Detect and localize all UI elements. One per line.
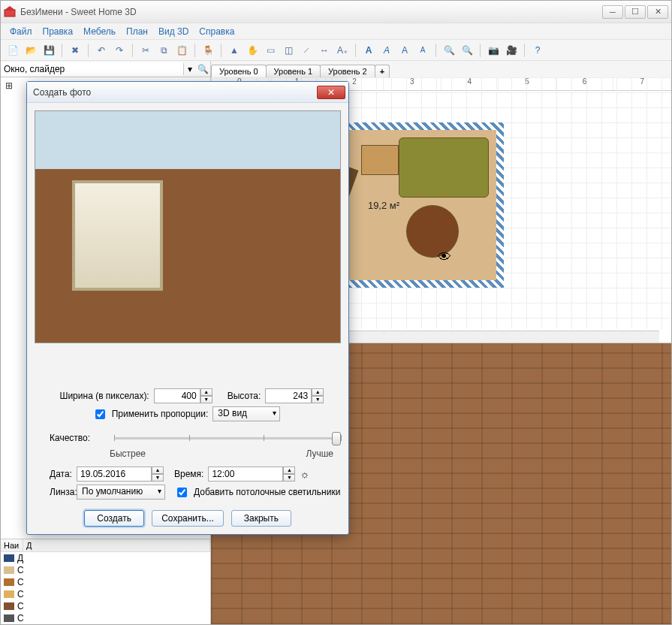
date-spinner[interactable]: ▲▼ [77, 466, 164, 482]
time-label: Время: [174, 469, 203, 479]
spinner-up-icon[interactable]: ▲ [283, 466, 295, 474]
tab-level-1[interactable]: Уровень 1 [266, 65, 321, 77]
close-button[interactable]: ✕ [647, 5, 668, 19]
menu-file[interactable]: Файл [5, 25, 37, 38]
app-icon [4, 6, 16, 18]
spinner-down-icon[interactable]: ▼ [200, 396, 212, 403]
furniture-desk[interactable] [361, 145, 399, 175]
height-spinner[interactable]: ▲▼ [265, 388, 324, 403]
svg-rect-0 [5, 10, 15, 17]
dialog-title: Создать фото [30, 87, 317, 98]
width-input[interactable] [154, 388, 200, 403]
redo-icon[interactable]: ↷ [112, 43, 127, 58]
proportions-select[interactable]: 3D вид [212, 406, 280, 421]
add-furniture-icon[interactable]: 🪑 [200, 43, 215, 58]
italic-icon[interactable]: A [379, 43, 394, 58]
zoom-in-icon[interactable]: 🔍 [441, 43, 457, 58]
width-spinner[interactable]: ▲▼ [154, 388, 212, 403]
table-row[interactable]: С [1, 588, 210, 600]
photo-icon[interactable]: 📷 [486, 43, 501, 58]
search-icon[interactable]: 🔍 [195, 64, 210, 74]
menu-edit[interactable]: Правка [38, 25, 78, 38]
quality-label: Качество: [35, 433, 102, 443]
spinner-down-icon[interactable]: ▼ [283, 474, 295, 482]
text-icon[interactable]: A₊ [335, 43, 350, 58]
slider-thumb[interactable] [332, 432, 341, 445]
lens-select[interactable]: По умолчанию [77, 485, 165, 500]
menu-help[interactable]: Справка [194, 25, 239, 38]
dialog-titlebar[interactable]: Создать фото ✕ [27, 82, 348, 103]
tab-level-0[interactable]: Уровень 0 [211, 65, 267, 77]
height-input[interactable] [265, 388, 312, 403]
preferences-icon[interactable]: ✖ [68, 43, 83, 58]
pan-icon[interactable]: ✋ [245, 43, 260, 58]
decrease-font-icon[interactable]: A [415, 43, 430, 58]
bold-icon[interactable]: A [361, 43, 376, 58]
spinner-up-icon[interactable]: ▲ [312, 388, 324, 396]
date-label: Дата: [35, 469, 72, 479]
help-icon[interactable]: ? [530, 43, 545, 58]
spinner-up-icon[interactable]: ▲ [152, 466, 164, 474]
polyline-icon[interactable]: ⟋ [299, 43, 314, 58]
wall-icon[interactable]: ▭ [263, 43, 278, 58]
apply-proportions-checkbox[interactable] [95, 409, 105, 419]
toolbar: 📄 📂 💾 ✖ ↶ ↷ ✂ ⧉ 📋 🪑 ▲ ✋ ▭ ◫ ⟋ ↔ A₊ A A A… [1, 40, 671, 61]
menu-3dview[interactable]: Вид 3D [154, 25, 193, 38]
quality-better-label: Лучше [306, 448, 333, 459]
cut-icon[interactable]: ✂ [138, 43, 153, 58]
copy-icon[interactable]: ⧉ [156, 43, 171, 58]
quality-faster-label: Быстрее [110, 448, 146, 459]
furniture-sofa[interactable] [399, 137, 489, 198]
width-label: Ширина (в пикселах): [52, 391, 149, 401]
menu-plan[interactable]: План [122, 25, 152, 38]
date-input[interactable] [77, 466, 152, 482]
furniture-table: Наи Д Д С С С С С [1, 539, 210, 624]
room-area-label: 19,2 м² [368, 200, 399, 211]
ceiling-lights-checkbox[interactable] [177, 488, 187, 497]
photo-preview [35, 110, 341, 343]
camera-marker-icon[interactable]: 👁 [438, 249, 451, 265]
table-row[interactable]: С [1, 576, 210, 588]
furniture-search-input[interactable] [1, 62, 183, 76]
time-spinner[interactable]: ▲▼ [208, 466, 295, 482]
time-input[interactable] [208, 466, 283, 482]
window-title: БезИмени - Sweet Home 3D [20, 7, 602, 17]
table-row[interactable]: С [1, 612, 210, 624]
tab-add-level[interactable]: + [375, 65, 390, 77]
col-name[interactable]: Наи [1, 539, 23, 551]
tab-level-2[interactable]: Уровень 2 [320, 65, 375, 77]
dialog-close-button[interactable]: ✕ [317, 86, 345, 99]
minimize-button[interactable]: ─ [602, 5, 623, 19]
furniture-dropdown-icon[interactable]: ▾ [183, 63, 195, 75]
ceiling-lights-label: Добавить потолочные светильники [194, 487, 340, 497]
close-dialog-button[interactable]: Закрыть [231, 510, 291, 527]
spinner-down-icon[interactable]: ▼ [312, 396, 324, 403]
svg-marker-1 [4, 6, 16, 11]
save-icon[interactable]: 💾 [41, 43, 56, 58]
open-icon[interactable]: 📂 [23, 43, 38, 58]
zoom-out-icon[interactable]: 🔍 [460, 43, 475, 58]
table-row[interactable]: Д [1, 552, 210, 564]
paste-icon[interactable]: 📋 [174, 43, 189, 58]
table-row[interactable]: С [1, 564, 210, 576]
dimension-icon[interactable]: ↔ [317, 43, 332, 58]
create-button[interactable]: Создать [84, 510, 144, 527]
select-icon[interactable]: ▲ [227, 43, 242, 58]
spinner-up-icon[interactable]: ▲ [200, 388, 212, 396]
table-row[interactable]: С [1, 600, 210, 612]
new-icon[interactable]: 📄 [5, 43, 20, 58]
video-icon[interactable]: 🎥 [504, 43, 519, 58]
sun-icon[interactable]: ☼ [300, 468, 309, 480]
titlebar: БезИмени - Sweet Home 3D ─ ☐ ✕ [1, 1, 671, 23]
spinner-down-icon[interactable]: ▼ [152, 474, 164, 482]
apply-proportions-label: Применить пропорции: [112, 409, 209, 419]
undo-icon[interactable]: ↶ [94, 43, 109, 58]
quality-slider[interactable] [114, 430, 341, 445]
col-d[interactable]: Д [23, 539, 210, 551]
menu-furniture[interactable]: Мебель [79, 25, 120, 38]
maximize-button[interactable]: ☐ [625, 5, 646, 19]
room-icon[interactable]: ◫ [281, 43, 296, 58]
menubar: Файл Правка Мебель План Вид 3D Справка [1, 23, 671, 40]
increase-font-icon[interactable]: A [397, 43, 412, 58]
save-button[interactable]: Сохранить... [152, 510, 224, 527]
